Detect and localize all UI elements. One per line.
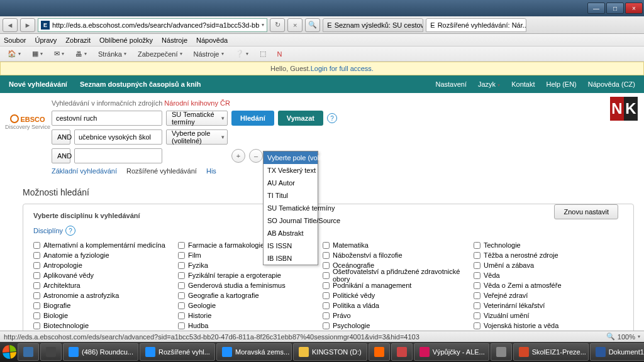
dropdown-item[interactable]: AU Autor: [264, 177, 318, 189]
discipline-checkbox[interactable]: Podnikání a management: [323, 281, 461, 290]
mode-history[interactable]: His: [206, 167, 216, 175]
discipline-checkbox[interactable]: Genderová studia a feminismus: [178, 281, 310, 290]
tools-menu[interactable]: Nástroje▾: [190, 48, 228, 60]
discipline-checkbox[interactable]: Vojenská historie a věda: [474, 321, 599, 330]
discipline-checkbox[interactable]: Veřejné zdraví: [474, 291, 599, 300]
menu-item[interactable]: Zobrazit: [65, 36, 91, 44]
print-icon[interactable]: 🖶▾: [72, 48, 91, 60]
feeds-icon[interactable]: ▦▾: [28, 48, 47, 60]
discipline-checkbox[interactable]: Anatomie a fyziologie: [33, 251, 165, 260]
stop-button[interactable]: ×: [287, 18, 303, 32]
discipline-checkbox[interactable]: Politické vědy: [323, 291, 461, 300]
discipline-checkbox[interactable]: Astronomie a astrofyzika: [33, 291, 165, 300]
menu-item[interactable]: Oblíbené položky: [99, 36, 153, 44]
taskbar-item[interactable]: Dokument1 - ...: [590, 343, 644, 361]
dropdown-item[interactable]: SU Tematické termíny: [264, 202, 318, 214]
taskbar-item[interactable]: Moravská zems...: [216, 343, 292, 361]
help-icon[interactable]: ?: [65, 226, 75, 236]
url-dropdown-icon[interactable]: ▾: [262, 22, 264, 28]
menu-item[interactable]: Nástroje: [162, 36, 187, 44]
boolean-select[interactable]: AND: [52, 148, 70, 163]
taskbar-item[interactable]: SkolEIZ1-Preze...: [513, 343, 589, 361]
browser-tab[interactable]: ERozšířené vyhledávání: Nár...×: [426, 18, 526, 32]
dropdown-item[interactable]: TI Titul: [264, 189, 318, 202]
discipline-checkbox[interactable]: Ošetřovatelství a přidružené zdravotnick…: [323, 271, 461, 280]
search-term-3[interactable]: [74, 148, 162, 163]
remove-row-button[interactable]: –: [249, 149, 263, 163]
discipline-checkbox[interactable]: Věda o Zemi a atmosféře: [474, 281, 599, 290]
dropdown-item[interactable]: IS ISSN: [264, 239, 318, 252]
search-button[interactable]: Hledání: [231, 111, 274, 126]
mail-icon[interactable]: ✉▾: [50, 48, 68, 60]
taskbar-item[interactable]: [369, 343, 390, 361]
discipline-checkbox[interactable]: Právo: [323, 311, 461, 320]
clear-button[interactable]: Vymazat: [278, 111, 323, 126]
discipline-checkbox[interactable]: Historie: [178, 311, 310, 320]
nav-journals[interactable]: Seznam dostupných časopisů a knih: [80, 80, 201, 88]
menu-item[interactable]: Soubor: [4, 36, 26, 44]
discipline-checkbox[interactable]: Umění a zábava: [474, 261, 599, 270]
discipline-checkbox[interactable]: Aplikované vědy: [33, 271, 165, 280]
discipline-checkbox[interactable]: Geografie a kartografie: [178, 291, 310, 300]
discipline-checkbox[interactable]: Matematika: [323, 241, 461, 250]
discipline-checkbox[interactable]: Technologie: [474, 241, 599, 250]
security-menu[interactable]: Zabezpečení▾: [134, 48, 186, 60]
menu-item[interactable]: Úpravy: [35, 36, 57, 44]
field-select-1[interactable]: SU Tematické termíny: [166, 111, 228, 126]
home-icon[interactable]: 🏠▾: [4, 48, 25, 60]
browser-tab[interactable]: ESeznam výsledků: SU cestov* r...×: [323, 18, 423, 32]
add-row-button[interactable]: +: [231, 149, 245, 163]
discipline-checkbox[interactable]: Biografie: [33, 301, 165, 310]
boolean-select[interactable]: AND: [52, 129, 70, 145]
dropdown-item[interactable]: AB Abstrakt: [264, 227, 318, 239]
maximize-button[interactable]: □: [606, 3, 624, 14]
nav-help-en[interactable]: Help (EN): [547, 80, 577, 88]
back-button[interactable]: ◄: [3, 18, 18, 32]
taskbar-item[interactable]: [391, 343, 413, 361]
refresh-button[interactable]: ↻: [270, 18, 285, 32]
taskbar-item[interactable]: (486) Roundcu...: [63, 343, 138, 361]
library-link[interactable]: Národní knihovny ČR: [164, 99, 230, 107]
start-button[interactable]: [3, 343, 16, 361]
discipline-checkbox[interactable]: Biotechnologie: [33, 321, 165, 330]
mode-basic[interactable]: Základní vyhledávání: [52, 167, 117, 175]
discipline-checkbox[interactable]: Antropologie: [33, 261, 165, 270]
discipline-checkbox[interactable]: Hudba: [178, 321, 310, 330]
reset-button[interactable]: Znovu nastavit: [554, 204, 618, 219]
page-menu[interactable]: Stránka▾: [94, 48, 130, 60]
toolbar-icon[interactable]: N: [274, 48, 286, 60]
login-link[interactable]: Login for full access.: [311, 65, 374, 72]
taskbar-item[interactable]: KINGSTON (D:): [293, 343, 367, 361]
taskbar-item[interactable]: [40, 343, 62, 361]
search-term-2[interactable]: [74, 129, 162, 145]
nav-language[interactable]: Jazyk ▾: [478, 80, 500, 88]
dropdown-item[interactable]: Vyberte pole (volitelné): [264, 151, 318, 164]
discipline-checkbox[interactable]: Vizuální umění: [474, 311, 599, 320]
toolbar-icon[interactable]: ⬚: [256, 48, 270, 60]
dropdown-item[interactable]: IB ISBN: [264, 252, 318, 265]
nav-contact[interactable]: Kontakt: [511, 80, 535, 88]
discipline-checkbox[interactable]: Architektura: [33, 281, 165, 290]
search-term-1[interactable]: [52, 111, 162, 126]
address-field[interactable]: E http://eds.a.ebscohost.com/eds/search/…: [38, 18, 267, 32]
nav-settings[interactable]: Nastavení: [435, 80, 467, 88]
discipline-checkbox[interactable]: Psychologie: [323, 321, 461, 330]
zoom-control[interactable]: 🔍 100% ▾: [606, 332, 640, 341]
forward-button[interactable]: ►: [20, 18, 35, 32]
taskbar-item[interactable]: Rozšířené vyhl...: [140, 343, 215, 361]
discipline-checkbox[interactable]: Těžba a nerostné zdroje: [474, 251, 599, 260]
taskbar-item[interactable]: [491, 343, 512, 361]
dropdown-item[interactable]: SO Journal Title/Source: [264, 214, 318, 227]
discipline-checkbox[interactable]: Věda: [474, 271, 599, 280]
field-select-2[interactable]: Vyberte pole (volitelné): [166, 129, 228, 145]
discipline-checkbox[interactable]: Veterinární lékařství: [474, 301, 599, 310]
nav-new-search[interactable]: Nové vyhledávání: [9, 80, 67, 88]
help-icon[interactable]: ?: [327, 113, 337, 123]
search-glass-icon[interactable]: 🔍: [305, 18, 320, 32]
discipline-checkbox[interactable]: Fyzikální terapie a ergoterapie: [178, 271, 310, 280]
taskbar-item[interactable]: Výpůjčky - ALE...: [414, 343, 489, 361]
discipline-checkbox[interactable]: Alternativní a komplementární medicína: [33, 241, 165, 250]
discipline-checkbox[interactable]: Geologie: [178, 301, 310, 310]
menu-item[interactable]: Nápověda: [196, 36, 228, 44]
close-button[interactable]: ×: [625, 3, 643, 14]
